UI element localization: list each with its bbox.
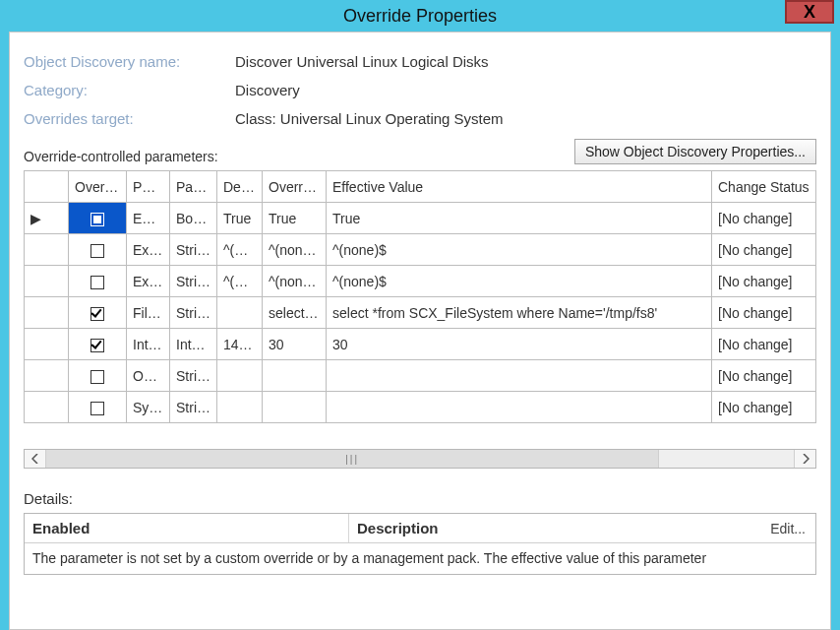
col-change-status[interactable]: Change Status: [712, 171, 816, 203]
summary-label: Category:: [24, 82, 235, 98]
table-row[interactable]: Excl...String^(no...^(none)$^(none)$[No …: [25, 266, 816, 297]
param-type-cell: String: [170, 297, 217, 329]
default-value-cell: ^(no...: [217, 234, 263, 266]
override-checkbox-cell[interactable]: [69, 266, 127, 297]
default-value-cell: 14400: [217, 329, 263, 360]
row-selector[interactable]: [25, 234, 69, 266]
close-icon: X: [804, 2, 815, 22]
scroll-left-button[interactable]: [25, 450, 46, 468]
default-value-cell: [217, 297, 263, 329]
col-override-value[interactable]: Override: [263, 171, 327, 203]
param-type-cell: String: [170, 360, 217, 392]
param-name-cell: Excl...: [127, 234, 170, 266]
chevron-right-icon: [802, 454, 810, 464]
override-controlled-label: Override-controlled parameters:: [24, 149, 574, 164]
summary-value: Discovery: [235, 82, 300, 98]
default-value-cell: ^(no...: [217, 266, 263, 297]
summary-row: Object Discovery name:Discover Universal…: [24, 53, 816, 70]
show-object-discovery-properties-button[interactable]: Show Object Discovery Properties...: [574, 139, 816, 164]
row-selector[interactable]: ▶: [25, 203, 69, 234]
default-value-cell: True: [217, 203, 263, 234]
dialog-body: Object Discovery name:Discover Universal…: [9, 32, 831, 630]
override-value-cell[interactable]: ^(none)$: [263, 266, 327, 297]
table-row[interactable]: FilterStringselect *f...select *from SCX…: [25, 297, 816, 329]
window-frame: Override Properties X Object Discovery n…: [0, 0, 840, 630]
change-status-cell: [No change]: [712, 203, 816, 234]
col-default[interactable]: Default: [217, 171, 263, 203]
override-value-cell[interactable]: 30: [263, 329, 327, 360]
override-checkbox[interactable]: [90, 307, 104, 321]
override-checkbox-cell[interactable]: [69, 234, 127, 266]
summary-value: Discover Universal Linux Logical Disks: [235, 53, 489, 70]
table-row[interactable]: Excl...String^(no...^(none)$^(none)$[No …: [25, 234, 816, 266]
summary-row: Overrides target:Class: Universal Linux …: [24, 110, 816, 127]
param-name-cell: Ena...: [127, 203, 170, 234]
summary-label: Overrides target:: [24, 110, 235, 127]
override-checkbox-cell[interactable]: [69, 297, 127, 329]
param-name-cell: Excl...: [127, 266, 170, 297]
col-override[interactable]: Override: [69, 171, 127, 203]
change-status-cell: [No change]: [712, 234, 816, 266]
override-value-cell[interactable]: True: [263, 203, 327, 234]
effective-value-cell: [327, 360, 712, 392]
param-name-cell: Syn...: [127, 392, 170, 423]
horizontal-scrollbar[interactable]: |||: [24, 449, 816, 469]
override-checkbox-cell[interactable]: [69, 360, 127, 392]
window-title: Override Properties: [343, 6, 497, 26]
details-enabled-header: Enabled: [25, 514, 349, 542]
details-body-text: The parameter is not set by a custom ove…: [25, 543, 815, 574]
row-selector[interactable]: [25, 392, 69, 423]
param-type-cell: String: [170, 234, 217, 266]
override-value-cell[interactable]: [263, 360, 327, 392]
titlebar: Override Properties X: [0, 0, 840, 32]
param-type-cell: Bool...: [170, 203, 217, 234]
default-value-cell: [217, 392, 263, 423]
override-checkbox-cell[interactable]: [69, 329, 127, 360]
override-checkbox[interactable]: [90, 370, 104, 384]
details-panel: Enabled Description Edit... The paramete…: [24, 513, 816, 575]
summary-label: Object Discovery name:: [24, 53, 235, 70]
col-effective[interactable]: Effective Value: [327, 171, 712, 203]
override-checkbox-cell[interactable]: [69, 392, 127, 423]
row-selector[interactable]: [25, 360, 69, 392]
override-checkbox[interactable]: [90, 276, 104, 289]
override-checkbox[interactable]: [90, 339, 104, 352]
change-status-cell: [No change]: [712, 297, 816, 329]
row-selector[interactable]: [25, 297, 69, 329]
table-row[interactable]: ▶Ena...Bool...TrueTrueTrue[No change]: [25, 203, 816, 234]
param-type-cell: String: [170, 392, 217, 423]
scroll-thumb[interactable]: |||: [46, 450, 659, 468]
effective-value-cell: ^(none)$: [327, 266, 712, 297]
row-selector[interactable]: [25, 266, 69, 297]
override-value-cell[interactable]: select *f...: [263, 297, 327, 329]
col-param-name[interactable]: Parame: [127, 171, 170, 203]
param-type-cell: String: [170, 266, 217, 297]
override-checkbox-cell[interactable]: [69, 203, 127, 234]
effective-value-cell: True: [327, 203, 712, 234]
row-selector[interactable]: [25, 329, 69, 360]
scroll-track[interactable]: |||: [46, 450, 794, 468]
close-button[interactable]: X: [785, 0, 834, 24]
override-value-cell[interactable]: ^(none)$: [263, 234, 327, 266]
override-checkbox[interactable]: [90, 213, 104, 226]
effective-value-cell: [327, 392, 712, 423]
effective-value-cell: ^(none)$: [327, 234, 712, 266]
chevron-left-icon: [31, 454, 39, 464]
override-value-cell[interactable]: [263, 392, 327, 423]
table-row[interactable]: Syn...String[No change]: [25, 392, 816, 423]
override-checkbox[interactable]: [90, 244, 104, 258]
change-status-cell: [No change]: [712, 266, 816, 297]
override-checkbox[interactable]: [90, 402, 104, 415]
details-label: Details:: [24, 490, 816, 507]
table-row[interactable]: Out...String[No change]: [25, 360, 816, 392]
param-name-cell: Filter: [127, 297, 170, 329]
parameters-grid[interactable]: Override Parame Parame Default Override …: [24, 170, 816, 423]
details-edit-link[interactable]: Edit...: [760, 515, 815, 542]
scroll-right-button[interactable]: [794, 450, 815, 468]
col-param-type[interactable]: Parame: [170, 171, 217, 203]
row-header-col: [25, 171, 69, 203]
param-name-cell: Inter...: [127, 329, 170, 360]
details-description-header: Description: [349, 514, 760, 542]
default-value-cell: [217, 360, 263, 392]
table-row[interactable]: Inter...Integer144003030[No change]: [25, 329, 816, 360]
